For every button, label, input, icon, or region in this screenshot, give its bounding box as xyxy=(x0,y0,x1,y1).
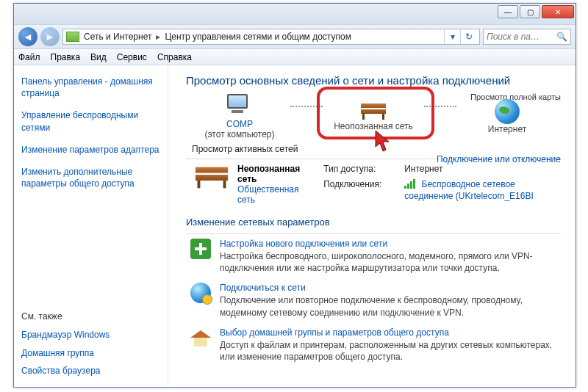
window: — ▢ ✕ ◄ ► Сеть и Интернет ▸ Центр управл… xyxy=(13,3,576,388)
network-title: Неопознанная сеть xyxy=(237,164,300,184)
map-unidentified[interactable]: Неопознанная сеть xyxy=(326,102,421,131)
see-also-homegroup[interactable]: Домашняя группа xyxy=(21,347,165,359)
task-new-connection-desc: Настройка беспроводного, широкополосного… xyxy=(220,250,556,274)
network-type[interactable]: Общественная сеть xyxy=(237,184,300,205)
task-homegroup-title[interactable]: Выбор домашней группы и параметров общег… xyxy=(220,327,556,338)
sidebar: Панель управления - домашняя страница Уп… xyxy=(14,65,168,387)
network-bench-icon xyxy=(196,164,227,205)
new-connection-icon xyxy=(190,239,211,259)
prop-conn-key: Подключения: xyxy=(323,179,404,189)
map-mid-label: Неопознанная сеть xyxy=(334,121,413,131)
menu-file[interactable]: Файл xyxy=(18,52,40,62)
task-connect-desc: Подключение или повторное подключение к … xyxy=(220,294,556,318)
connect-icon xyxy=(190,283,211,303)
see-also-label: См. также xyxy=(21,311,165,322)
task-connect-title[interactable]: Подключиться к сети xyxy=(220,283,556,293)
map-line-icon xyxy=(290,106,323,107)
menu-bar: Файл Правка Вид Сервис Справка xyxy=(14,49,576,65)
globe-icon xyxy=(495,99,520,124)
map-comp-label[interactable]: COMP xyxy=(226,119,253,129)
computer-icon xyxy=(224,94,255,116)
network-map: COMP (этот компьютер) Неопознанная сеть … xyxy=(192,94,555,139)
minimize-button[interactable]: — xyxy=(498,5,518,18)
search-input[interactable]: Поиск в па… 🔍 xyxy=(483,29,571,45)
separator xyxy=(186,233,561,234)
page-title: Просмотр основных сведений о сети и наст… xyxy=(186,74,561,87)
breadcrumb-seg-1[interactable]: Сеть и Интернет xyxy=(84,32,151,42)
task-connect: Подключиться к сети Подключение или повт… xyxy=(190,283,556,318)
map-net-label: Интернет xyxy=(488,124,526,134)
close-button[interactable]: ✕ xyxy=(542,5,574,18)
search-icon[interactable]: 🔍 xyxy=(556,32,567,42)
map-internet: Интернет xyxy=(459,99,555,134)
menu-help[interactable]: Справка xyxy=(157,52,192,62)
maximize-button[interactable]: ▢ xyxy=(520,5,540,18)
breadcrumb-seg-2[interactable]: Центр управления сетями и общим доступом xyxy=(165,32,351,42)
menu-service[interactable]: Сервис xyxy=(117,52,147,62)
bench-icon xyxy=(358,102,389,121)
forward-button[interactable]: ► xyxy=(40,27,60,46)
connect-disconnect-link[interactable]: Подключение или отключение xyxy=(437,154,561,164)
map-this-computer: COMP (этот компьютер) xyxy=(192,94,287,139)
homegroup-icon xyxy=(190,327,211,348)
prop-access-value: Интернет xyxy=(404,164,561,174)
menu-view[interactable]: Вид xyxy=(90,52,107,62)
network-category-icon xyxy=(66,32,79,42)
prop-access-key: Тип доступа: xyxy=(323,164,404,174)
content: Просмотр основных сведений о сети и наст… xyxy=(168,65,576,387)
task-new-connection: Настройка нового подключения или сети На… xyxy=(190,239,556,274)
see-also-browser[interactable]: Свойства браузера xyxy=(21,365,165,377)
breadcrumb-dropdown-icon[interactable]: ▾ xyxy=(444,29,460,44)
see-also-firewall[interactable]: Брандмауэр Windows xyxy=(21,329,165,341)
sidebar-item-home[interactable]: Панель управления - домашняя страница xyxy=(21,76,165,99)
sidebar-item-wireless[interactable]: Управление беспроводными сетями xyxy=(21,109,165,133)
sidebar-item-sharing[interactable]: Изменить дополнительные параметры общего… xyxy=(21,166,165,189)
active-networks-label: Просмотр активных сетей xyxy=(192,144,561,154)
menu-edit[interactable]: Правка xyxy=(51,52,81,62)
network-properties: Тип доступа: Интернет Подключения: Беспр… xyxy=(323,164,561,205)
body: Панель управления - домашняя страница Уп… xyxy=(14,65,576,387)
back-button[interactable]: ◄ xyxy=(18,27,37,46)
section-change-params: Изменение сетевых параметров xyxy=(186,217,561,228)
prop-conn-value[interactable]: Беспроводное сетевое соединение (UKrtele… xyxy=(404,179,534,201)
search-placeholder: Поиск в па… xyxy=(487,32,539,42)
map-line-icon xyxy=(424,106,456,107)
map-comp-sub: (этот компьютер) xyxy=(205,129,275,139)
task-homegroup-desc: Доступ к файлам и принтерам, расположенн… xyxy=(220,339,556,363)
breadcrumb-sep-icon: ▸ xyxy=(156,32,160,42)
address-row: ◄ ► Сеть и Интернет ▸ Центр управления с… xyxy=(14,24,576,49)
titlebar: — ▢ ✕ xyxy=(14,4,576,24)
refresh-button[interactable]: ↻ xyxy=(460,29,476,44)
task-homegroup: Выбор домашней группы и параметров общег… xyxy=(190,327,556,363)
task-new-connection-title[interactable]: Настройка нового подключения или сети xyxy=(220,239,556,249)
active-network-block: Неопознанная сеть Общественная сеть Тип … xyxy=(196,164,561,205)
sidebar-item-adapter[interactable]: Изменение параметров адаптера xyxy=(21,144,165,156)
address-bar[interactable]: Сеть и Интернет ▸ Центр управления сетям… xyxy=(62,29,480,45)
signal-icon xyxy=(404,179,416,191)
